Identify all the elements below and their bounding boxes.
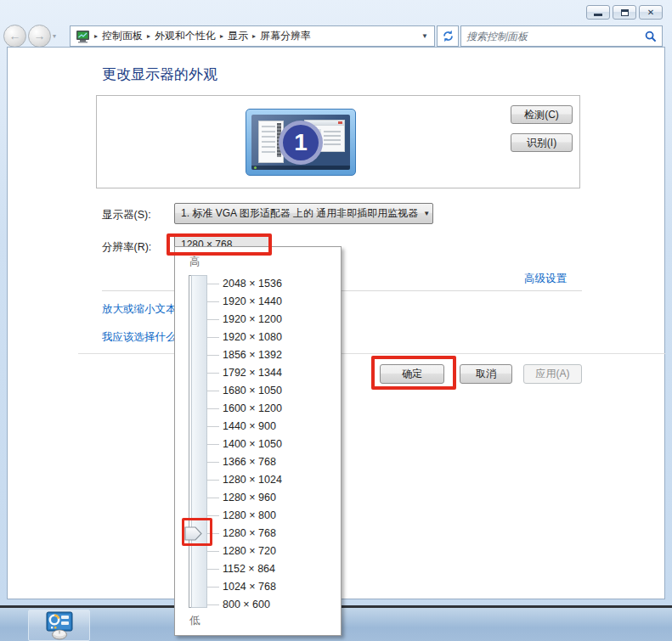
breadcrumb: ▸控制面板▸外观和个性化▸显示▸屏幕分辨率 [93, 29, 313, 43]
resolution-option[interactable]: 1366 × 768 [175, 453, 341, 471]
identify-button[interactable]: 识别(I) [511, 133, 573, 152]
breadcrumb-separator-icon: ▸ [251, 32, 257, 40]
resolution-option-label: 2048 × 1536 [223, 278, 282, 290]
search-box [460, 25, 663, 47]
cancel-button[interactable]: 取消 [460, 364, 512, 384]
slider-tick-icon [207, 426, 219, 427]
slider-tick-icon [207, 587, 219, 588]
slider-tick-icon [207, 284, 219, 284]
resolution-option-label: 1366 × 768 [223, 456, 276, 468]
resolution-option-label: 1280 × 1024 [223, 474, 282, 486]
breadcrumb-item[interactable]: 显示 [225, 29, 251, 43]
resolution-option[interactable]: 1440 × 900 [175, 418, 341, 436]
display-settings-icon [44, 610, 75, 640]
taskbar-button-display-settings[interactable] [28, 610, 90, 641]
resolution-annotation-box [167, 233, 272, 256]
slider-tick-icon [207, 462, 219, 463]
slider-tick-icon [207, 391, 219, 391]
resize-text-link[interactable]: 放大或缩小文本 [102, 302, 177, 317]
display-select[interactable]: 1. 标准 VGA 图形适配器 上的 通用非即插即用监视器 ▼ [174, 203, 433, 224]
resolution-popup: 高 2048 × 15361920 × 14401920 × 12001920 … [174, 246, 342, 636]
display-label: 显示器(S): [102, 208, 151, 222]
resolution-option[interactable]: 1920 × 1200 [175, 311, 341, 329]
slider-tick-icon [207, 480, 219, 481]
resolution-option-label: 1920 × 1200 [223, 313, 282, 325]
refresh-button[interactable] [437, 25, 459, 47]
monitor-preview[interactable]: 1 [246, 109, 356, 176]
refresh-icon [442, 30, 455, 42]
resolution-option-label: 1856 × 1392 [223, 349, 282, 361]
thumb-annotation-box [182, 518, 212, 546]
advanced-settings-link[interactable]: 高级设置 [524, 272, 567, 286]
breadcrumb-separator-icon: ▸ [218, 32, 225, 40]
minimize-icon [594, 14, 602, 16]
what-settings-link[interactable]: 我应该选择什么 [102, 330, 177, 345]
arrow-left-icon: ← [9, 29, 21, 42]
slider-tick-icon [207, 569, 219, 570]
resolution-option-label: 1280 × 768 [223, 527, 276, 539]
detect-button[interactable]: 检测(C) [511, 105, 573, 124]
resolution-option[interactable]: 1400 × 1050 [175, 436, 341, 453]
resolution-option[interactable]: 1856 × 1392 [175, 346, 341, 364]
history-chevron-icon[interactable]: ▾ [53, 32, 56, 40]
maximize-button[interactable] [613, 5, 636, 20]
slider-tick-icon [207, 498, 219, 498]
apply-button: 应用(A) [523, 364, 582, 384]
monitor-number-badge: 1 [279, 121, 323, 165]
slider-tick-icon [207, 373, 219, 374]
buttons-divider [78, 353, 665, 354]
back-button[interactable]: ← [3, 25, 26, 48]
resolution-option-label: 1920 × 1440 [223, 295, 282, 307]
resolution-option-label: 1680 × 1050 [223, 385, 282, 396]
preview-taskbar [251, 166, 350, 170]
slider-tick-icon [207, 319, 219, 320]
resolution-option[interactable]: 800 × 600 [175, 596, 341, 614]
resolution-option-label: 1280 × 960 [223, 492, 276, 503]
low-label: 低 [189, 614, 200, 628]
slider-tick-icon [207, 444, 219, 445]
resolution-label: 分辨率(R): [102, 240, 151, 255]
chevron-down-icon: ▼ [418, 210, 430, 217]
resolution-option[interactable]: 1280 × 1024 [175, 471, 341, 489]
windows-orb-icon [254, 166, 257, 169]
resolution-option-label: 1440 × 900 [223, 420, 276, 432]
slider-tick-icon [207, 355, 219, 356]
breadcrumb-separator-icon: ▸ [145, 32, 152, 40]
high-label: 高 [189, 255, 200, 269]
search-input[interactable] [461, 26, 645, 46]
forward-button[interactable]: → [28, 25, 51, 48]
resolution-option[interactable]: 1680 × 1050 [175, 382, 341, 400]
resolution-option[interactable]: 1792 × 1344 [175, 364, 341, 382]
minimize-button[interactable] [586, 5, 610, 20]
resolution-option[interactable]: 2048 × 1536 [175, 275, 341, 293]
resolution-option[interactable]: 1152 × 864 [175, 560, 341, 578]
resolution-option[interactable]: 1920 × 1440 [175, 293, 341, 311]
search-icon[interactable] [645, 31, 657, 42]
display-monitor-icon [76, 30, 91, 43]
monitor-screen: 1 [251, 115, 350, 170]
resolution-option-label: 1920 × 1080 [223, 331, 282, 343]
resolution-option[interactable]: 1024 × 768 [175, 578, 341, 596]
resolution-option[interactable]: 1280 × 960 [175, 489, 341, 507]
breadcrumb-item[interactable]: 屏幕分辨率 [257, 29, 313, 43]
ok-annotation-box [371, 356, 456, 390]
display-select-value: 1. 标准 VGA 图形适配器 上的 通用非即插即用监视器 [181, 206, 418, 221]
slider-tick-icon [207, 604, 219, 605]
resolution-option[interactable]: 1600 × 1200 [175, 400, 341, 418]
breadcrumb-item[interactable]: 控制面板 [99, 29, 145, 43]
slider-tick-icon [207, 301, 219, 302]
resolution-option[interactable]: 1920 × 1080 [175, 329, 341, 346]
resolution-option-label: 1280 × 800 [223, 509, 276, 521]
maximize-icon [621, 9, 629, 16]
resolution-option-label: 1024 × 768 [223, 581, 276, 593]
breadcrumb-item[interactable]: 外观和个性化 [152, 29, 218, 43]
window: ✕ ← → ▾ ▸控制面板▸外观和个性化▸显示▸屏幕分辨率 ▼ 更改显示 [0, 0, 672, 605]
close-button[interactable]: ✕ [639, 5, 663, 20]
slider-tick-icon [207, 551, 219, 552]
address-bar[interactable]: ▸控制面板▸外观和个性化▸显示▸屏幕分辨率 ▼ [70, 25, 435, 47]
slider-tick-icon [207, 408, 219, 409]
monitor-preview-panel: 1 检测(C) 识别(I) [96, 95, 580, 188]
resolution-option-label: 1152 × 864 [223, 563, 275, 575]
breadcrumb-separator-icon: ▸ [93, 32, 99, 40]
address-dropdown-icon[interactable]: ▼ [421, 32, 431, 40]
